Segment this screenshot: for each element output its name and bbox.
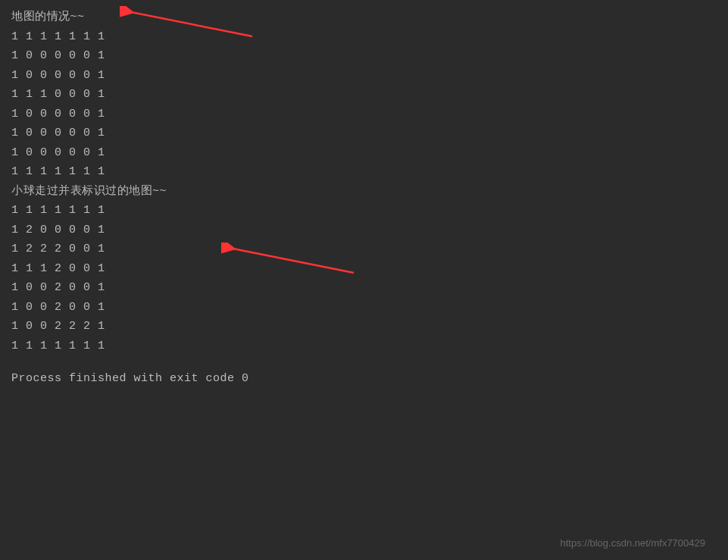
section2-row: 1 1 1 2 0 0 1 [11,259,717,279]
section1-row: 1 1 1 0 0 0 1 [11,85,717,105]
section2-row: 1 0 0 2 0 0 1 [11,298,717,318]
section2-row: 1 0 0 2 0 0 1 [11,278,717,298]
process-exit-message: Process finished with exit code 0 [11,369,717,389]
section1-row: 1 0 0 0 0 0 1 [11,124,717,143]
section2-row: 1 1 1 1 1 1 1 [11,336,717,356]
section1-row: 1 0 0 0 0 0 1 [11,66,717,86]
section1-row: 1 1 1 1 1 1 1 [11,27,717,47]
section2-row: 1 2 2 2 0 0 1 [11,239,717,259]
section2-row: 1 0 0 2 2 2 1 [11,317,717,336]
section2-row: 1 1 1 1 1 1 1 [11,201,717,221]
watermark-text: https://blog.csdn.net/mfx7700429 [560,537,705,549]
section2-header: 小球走过并表标识过的地图~~ [11,182,717,202]
section1-row: 1 0 0 0 0 0 1 [11,46,717,66]
section1-row: 1 1 1 1 1 1 1 [11,162,717,182]
section1-header: 地图的情况~~ [11,8,717,27]
section1-row: 1 0 0 0 0 0 1 [11,105,717,124]
console-output: 地图的情况~~ 1 1 1 1 1 1 1 1 0 0 0 0 0 1 1 0 … [11,8,717,389]
section2-row: 1 2 0 0 0 0 1 [11,221,717,240]
section1-row: 1 0 0 0 0 0 1 [11,143,717,163]
